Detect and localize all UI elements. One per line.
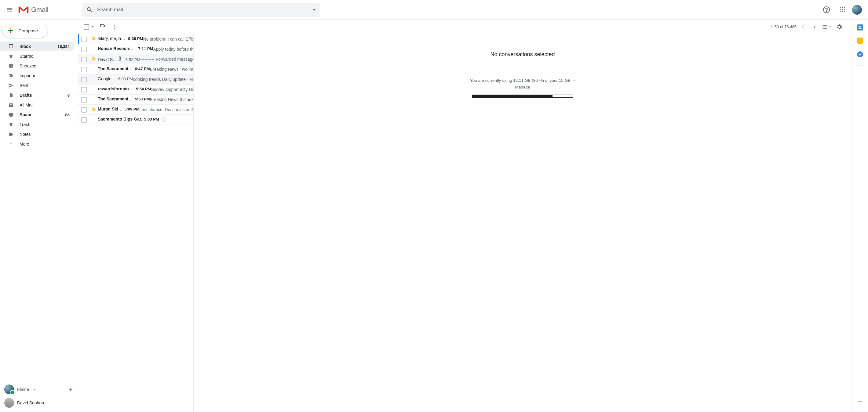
settings-button[interactable] xyxy=(833,21,845,33)
gmail-logo[interactable]: Gmail xyxy=(17,6,48,14)
sidebar-item-all-mail[interactable]: All Mail xyxy=(0,100,74,110)
important-marker-icon[interactable] xyxy=(91,107,96,113)
svg-point-15 xyxy=(114,28,115,29)
row-checkbox[interactable] xyxy=(81,77,87,82)
manage-storage-link[interactable]: Manage xyxy=(515,85,530,90)
compose-button[interactable]: Compose xyxy=(2,23,48,38)
storage-bar xyxy=(472,95,573,98)
message-time: 9:36 PM xyxy=(126,36,143,41)
select-all-button[interactable] xyxy=(83,23,96,31)
search-bar[interactable] xyxy=(82,3,320,17)
search-input[interactable] xyxy=(93,7,311,12)
message-snippet: ---------- Forwarded message --------- F… xyxy=(140,57,194,62)
apps-button[interactable] xyxy=(836,4,848,16)
header: Gmail xyxy=(0,0,868,20)
account-avatar[interactable] xyxy=(852,5,862,15)
message-snippet: cooking trends Daily update · May 14,… xyxy=(133,77,194,82)
new-conversation-button[interactable]: ＋ xyxy=(67,385,74,394)
search-options-icon[interactable] xyxy=(311,6,318,13)
message-row[interactable]: Google Alerts6:03 PMGoogle Alert - cooki… xyxy=(78,74,193,84)
trash-icon xyxy=(8,122,14,127)
star-icon xyxy=(8,54,14,59)
gmail-m-icon xyxy=(18,6,29,14)
contact-name: David Soohoo xyxy=(17,401,44,405)
chevron-right-icon xyxy=(812,24,818,30)
message-row[interactable]: David Soohoo6:52 PMFwd: FW: Plan for lun… xyxy=(78,54,193,64)
support-button[interactable] xyxy=(820,4,833,16)
message-row[interactable]: Sacramento Digs Gar.5:03 PM xyxy=(78,115,193,125)
svg-point-0 xyxy=(840,7,841,8)
main: 1–50 of 76,485 hilary, me, hilary 39:36 … xyxy=(78,20,851,412)
sidebar-item-important[interactable]: Important xyxy=(0,71,74,80)
calendar-addon[interactable]: 31 xyxy=(857,24,864,31)
message-snippet: Breaking News Two immigrants facin… xyxy=(150,67,194,72)
sidebar-item-trash[interactable]: Trash xyxy=(0,119,74,129)
pager-text: 1–50 of 76,485 xyxy=(770,25,797,29)
svg-point-6 xyxy=(840,11,841,12)
star-button[interactable] xyxy=(159,116,166,123)
message-senders: The Sacramento Bee xyxy=(98,66,133,71)
caret-down-icon: ▼ xyxy=(33,388,36,391)
row-checkbox[interactable] xyxy=(81,97,87,103)
message-time: 5:03 PM xyxy=(142,117,159,122)
sidebar-item-label: Sent xyxy=(20,83,70,88)
sidebar-item-count: 86 xyxy=(65,113,70,117)
svg-point-14 xyxy=(114,26,115,27)
sidebar-item-label: Starred xyxy=(20,54,70,59)
sidebar-item-snoozed[interactable]: Snoozed xyxy=(0,61,74,71)
message-time: 7:11 PM xyxy=(136,46,153,51)
sidebar-item-more[interactable]: More xyxy=(0,139,74,149)
message-row[interactable]: Human Resources Dir.7:11 PMElaine: Human… xyxy=(78,44,193,54)
sidebar-item-label: Trash xyxy=(20,122,70,127)
refresh-button[interactable] xyxy=(96,21,109,33)
hangouts-panel: Elaine ▼ ＋ David Soohoo xyxy=(0,380,78,412)
sidebar-item-starred[interactable]: Starred xyxy=(0,51,74,61)
row-checkbox[interactable] xyxy=(81,37,87,42)
keep-addon[interactable] xyxy=(857,37,864,44)
message-row[interactable]: The Sacramento Bee5:53 PM3 students arre… xyxy=(78,95,193,105)
sidebar-item-label: Drafts xyxy=(20,93,62,98)
file-icon xyxy=(8,93,14,98)
hangouts-self[interactable]: Elaine ▼ ＋ xyxy=(0,383,78,396)
row-checkbox[interactable] xyxy=(81,87,87,93)
message-row[interactable]: rewardsforopinions 25:54 PMReward offere… xyxy=(78,84,193,95)
newer-button[interactable] xyxy=(797,21,809,33)
hangouts-contact[interactable]: David Soohoo xyxy=(0,396,78,410)
sidebar-item-spam[interactable]: Spam86 xyxy=(0,110,74,119)
message-senders: David Soohoo xyxy=(98,57,118,62)
apps-grid-icon xyxy=(839,7,845,13)
message-row[interactable]: Murad Skincare5:09 PM🛄 Get it while it l… xyxy=(78,105,193,115)
tasks-addon[interactable] xyxy=(857,51,864,58)
chevron-left-icon xyxy=(800,24,806,30)
sidebar-item-drafts[interactable]: Drafts6 xyxy=(0,90,74,100)
row-checkbox[interactable] xyxy=(81,57,87,62)
main-menu-button[interactable] xyxy=(2,2,17,17)
caret-down-icon xyxy=(90,24,95,30)
row-checkbox[interactable] xyxy=(81,107,87,113)
attachment-icon xyxy=(118,56,124,61)
more-button[interactable] xyxy=(109,21,121,33)
message-senders: Human Resources Dir. xyxy=(98,46,136,51)
message-row[interactable]: The Sacramento Bee6:47 PMTwo immigrants … xyxy=(78,64,193,74)
important-marker-icon[interactable] xyxy=(91,57,96,62)
get-addons-button[interactable]: ＋ xyxy=(857,397,864,405)
split-pane-button[interactable] xyxy=(821,21,833,33)
sidebar-item-inbox[interactable]: Inbox16,384 xyxy=(0,41,74,51)
message-snippet: Apply today before they're gone! May … xyxy=(153,47,194,52)
svg-point-5 xyxy=(844,9,845,10)
row-checkbox[interactable] xyxy=(81,67,87,72)
self-avatar xyxy=(4,384,14,394)
important-icon xyxy=(8,73,14,78)
message-row[interactable]: hilary, me, hilary 39:36 PMdo you have..… xyxy=(78,34,193,44)
sidebar-item-sent[interactable]: Sent xyxy=(0,80,74,90)
row-checkbox[interactable] xyxy=(81,117,87,123)
sidebar: Compose Inbox16,384StarredSnoozedImporta… xyxy=(0,20,78,412)
sidebar-item-label: Notes xyxy=(20,132,70,137)
important-marker-icon[interactable] xyxy=(91,37,96,42)
older-button[interactable] xyxy=(809,21,821,33)
row-checkbox[interactable] xyxy=(81,47,87,52)
side-panel: 31 ＋ xyxy=(851,20,868,412)
tasks-icon xyxy=(857,51,863,57)
svg-point-4 xyxy=(842,9,843,10)
sidebar-item-notes[interactable]: Notes xyxy=(0,129,74,139)
